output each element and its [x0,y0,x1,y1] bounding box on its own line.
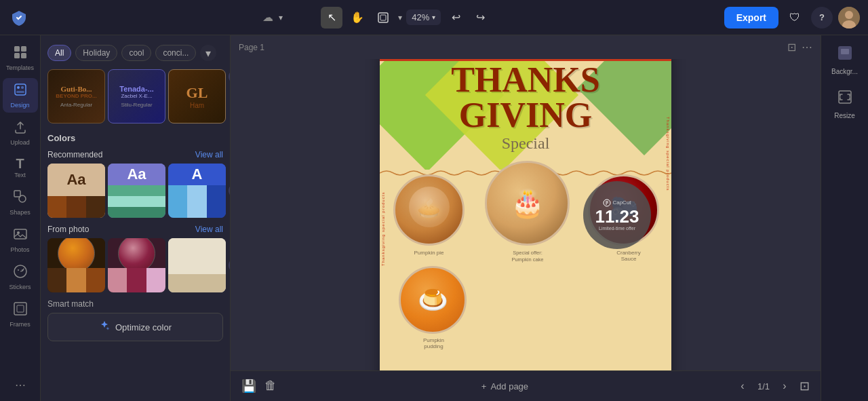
right-panel: Backgr... Resize [821,35,868,401]
poster: 11.23 123 Anywhere St., Any City +123-45… [380,59,671,370]
avatar[interactable] [838,7,860,28]
svg-rect-9 [15,84,26,95]
photo-swatch-1[interactable] [47,238,105,292]
photo-swatch-3[interactable] [168,238,226,292]
color-swatch-1[interactable]: Aa [47,164,105,218]
template-thumb-2[interactable]: Tenada-... Zacbel X-E... Stilu-Regular [108,69,165,123]
zoom-control[interactable]: 42% ▾ [406,9,441,25]
canvas-wrapper[interactable]: 11.23 123 Anywhere St., Any City +123-45… [231,59,821,370]
canvas-icon-2[interactable]: ⋯ [802,41,812,54]
templates-icon [13,45,28,63]
logo-icon[interactable] [8,7,30,28]
design-label: Design [10,102,29,109]
resize-panel-item[interactable]: Resize [825,85,865,123]
zoom-value: 42% [412,12,429,22]
canvas-top-icons: ⊡ ⋯ [787,41,812,54]
svg-point-18 [22,269,23,271]
recommended-view-all[interactable]: View all [195,150,223,159]
template-thumb-3-line1: GL [186,84,208,102]
label-pumpkin-pie: Pumpkin pie [390,250,468,256]
delete-icon[interactable]: 🗑 [264,379,277,394]
special-text: Special [380,134,671,153]
save-icon[interactable]: 💾 [241,379,256,394]
stickers-label: Stickers [9,284,31,290]
poster-side-left: Thanksgiving special products [381,117,385,266]
optimize-color-button[interactable]: Optimize color [47,313,223,341]
svg-point-17 [18,269,19,271]
topbar-center: ☁ ▾ ↖ ✋ ▾ 42% ▾ ↩ ↪ [35,7,719,28]
next-page-button[interactable]: › [775,377,794,396]
sidebar-item-shapes[interactable]: Shapes [3,185,38,220]
fullscreen-button[interactable]: ⊡ [800,379,810,394]
smart-match-label: Smart match [47,299,223,309]
recommended-row-header: Recommended View all [41,146,230,161]
undo-button[interactable]: ↩ [445,7,467,28]
chip-holiday[interactable]: Holiday [75,45,117,61]
page-label: Page 1 [239,43,264,52]
template-thumb-1-line3: Anta-Regular [60,102,92,108]
template-thumb-1[interactable]: Guti-Bo... BEYOND PRO... Anta-Regular [47,69,105,123]
help-icon[interactable]: ? [811,7,833,28]
add-page-label: Add page [490,381,528,392]
chip-concise[interactable]: conci... [155,45,196,61]
zoom-chevron-icon: ▾ [432,14,435,21]
redo-button[interactable]: ↪ [469,7,491,28]
photo-swatch-2[interactable] [108,238,165,292]
sidebar-item-stickers[interactable]: Stickers [3,260,38,294]
shield-icon[interactable]: 🛡 [784,7,806,28]
sidebar-item-design[interactable]: Design [3,78,38,113]
frame-chevron-icon[interactable]: ▾ [398,13,402,22]
frames-icon [13,301,28,320]
from-photo-view-all[interactable]: View all [195,225,223,234]
more-chips-button[interactable]: ▾ [200,45,216,61]
sidebar-item-templates[interactable]: Templates [3,41,38,75]
title-chevron-icon[interactable]: ▾ [279,13,283,22]
background-panel-item[interactable]: Backgr... [825,41,865,79]
stickers-icon [13,264,28,282]
resize-icon [837,89,853,109]
canvas-icon-1[interactable]: ⊡ [787,41,796,54]
sidebar-item-text[interactable]: T Text [3,153,38,183]
poster-side-right: Thanksgiving special products [666,117,670,266]
hand-tool-button[interactable]: ✋ [347,7,368,28]
template-thumb-3[interactable]: GL Ham [168,69,226,123]
circle-pumpkin-cake[interactable]: 🎂 [485,161,570,246]
color-swatch-3[interactable]: A [168,164,226,218]
template-thumb-1-line1: Guti-Bo... [60,85,92,93]
template-thumb-2-line1: Tenada-... [119,85,154,93]
export-button[interactable]: Export [724,7,778,28]
circle-pudding[interactable]: 🍮 [399,266,467,334]
optimize-icon [99,320,110,334]
sidebar-item-photos[interactable]: Photos [3,223,38,257]
template-thumb-2-line2: Zacbel X-E... [121,93,152,99]
canvas-document[interactable]: 11.23 123 Anywhere St., Any City +123-45… [380,59,671,370]
chip-cool[interactable]: cool [121,45,151,61]
templates-next-button[interactable]: › [229,69,230,84]
sidebar-item-frames[interactable]: Frames [3,297,38,332]
chip-all[interactable]: All [47,45,71,61]
upload-label: Upload [10,139,30,146]
svg-point-10 [17,86,20,89]
capcut-offer: Limited-time offer [599,226,635,231]
label-special-offer: Special offer:Pumpkin cake [480,250,575,264]
pointer-tool-button[interactable]: ↖ [321,7,342,28]
photos-label: Photos [10,246,29,253]
more-chips-icon: ▾ [205,47,211,60]
capcut-logo: CapCut [603,199,631,207]
sidebar-more-button[interactable]: ⋯ [3,375,38,396]
main-area: Templates Design Upload [0,35,868,401]
more-icon: ⋯ [15,379,26,392]
color-swatch-2[interactable]: Aa [108,164,165,218]
prev-page-button[interactable]: ‹ [733,377,752,396]
svg-rect-20 [17,305,24,312]
svg-rect-5 [14,46,20,52]
sidebar-item-upload[interactable]: Upload [3,115,38,150]
frame-tool-button[interactable] [372,7,394,28]
add-page-button[interactable]: + Add page [481,381,528,392]
background-icon [837,45,853,65]
svg-point-3 [845,11,853,19]
label-cranberry: CranberrySauce [591,250,666,262]
circle-pumpkin-pie[interactable]: 🥧 [393,174,465,246]
resize-label: Resize [834,112,855,119]
photos-icon [13,227,28,245]
